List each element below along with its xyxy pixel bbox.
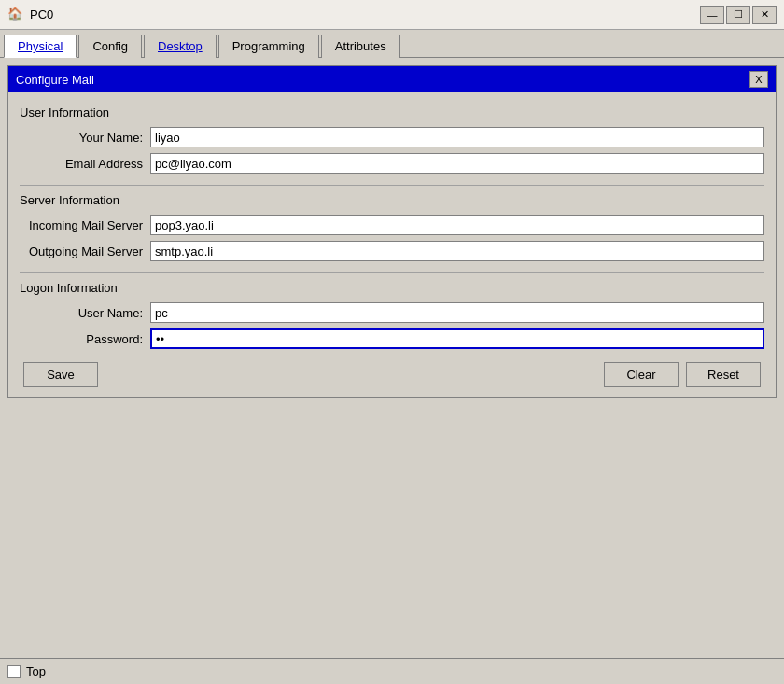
incoming-mail-input[interactable] bbox=[150, 215, 764, 235]
window-title: PC0 bbox=[30, 7, 53, 21]
app-icon: 🏠 bbox=[7, 7, 24, 23]
maximize-button[interactable]: ☐ bbox=[726, 6, 750, 24]
button-left: Save bbox=[23, 362, 98, 387]
configure-mail-header: Configure Mail X bbox=[8, 66, 776, 92]
divider-1 bbox=[20, 185, 764, 186]
password-label: Password: bbox=[20, 332, 150, 346]
your-name-row: Your Name: bbox=[20, 127, 764, 147]
email-label: Email Address bbox=[20, 157, 150, 171]
outgoing-mail-input[interactable] bbox=[150, 241, 764, 261]
save-button[interactable]: Save bbox=[23, 362, 98, 387]
configure-mail-panel: Configure Mail X User Information Your N… bbox=[7, 65, 777, 398]
outgoing-mail-row: Outgoing Mail Server bbox=[20, 241, 764, 261]
tab-attributes[interactable]: Attributes bbox=[321, 35, 400, 58]
outgoing-mail-label: Outgoing Mail Server bbox=[20, 244, 150, 258]
your-name-label: Your Name: bbox=[20, 131, 150, 145]
status-label: Top bbox=[26, 664, 46, 678]
server-info-section: Server Information Incoming Mail Server … bbox=[20, 193, 764, 261]
incoming-mail-row: Incoming Mail Server bbox=[20, 215, 764, 235]
main-content: Configure Mail X User Information Your N… bbox=[0, 58, 784, 652]
tab-programming[interactable]: Programming bbox=[218, 35, 319, 58]
user-name-input[interactable] bbox=[150, 302, 764, 323]
user-info-header: User Information bbox=[20, 105, 764, 119]
tab-physical[interactable]: Physical bbox=[4, 35, 77, 58]
minimize-button[interactable]: — bbox=[700, 6, 724, 24]
tab-desktop[interactable]: Desktop bbox=[144, 35, 217, 58]
reset-button[interactable]: Reset bbox=[686, 362, 761, 387]
user-name-row: User Name: bbox=[20, 302, 764, 323]
user-info-section: User Information Your Name: Email Addres… bbox=[20, 105, 764, 174]
your-name-input[interactable] bbox=[150, 127, 764, 147]
clear-button[interactable]: Clear bbox=[604, 362, 679, 387]
title-bar-left: 🏠 PC0 bbox=[7, 7, 53, 23]
button-right: Clear Reset bbox=[604, 362, 761, 387]
status-checkbox[interactable] bbox=[7, 665, 21, 678]
user-name-label: User Name: bbox=[20, 306, 150, 320]
password-input[interactable] bbox=[150, 328, 764, 349]
configure-mail-title: Configure Mail bbox=[16, 73, 94, 87]
divider-2 bbox=[20, 272, 764, 273]
incoming-mail-label: Incoming Mail Server bbox=[20, 218, 150, 232]
title-bar: 🏠 PC0 — ☐ ✕ bbox=[0, 0, 784, 30]
title-bar-controls: — ☐ ✕ bbox=[700, 6, 777, 24]
server-info-header: Server Information bbox=[20, 193, 764, 207]
email-input[interactable] bbox=[150, 153, 764, 174]
tab-bar: Physical Config Desktop Programming Attr… bbox=[0, 30, 784, 58]
status-bar: Top bbox=[0, 658, 784, 684]
configure-mail-body: User Information Your Name: Email Addres… bbox=[8, 92, 776, 397]
password-row: Password: bbox=[20, 328, 764, 349]
logon-info-header: Logon Information bbox=[20, 281, 764, 295]
tab-config[interactable]: Config bbox=[78, 35, 142, 58]
configure-mail-close-button[interactable]: X bbox=[749, 71, 768, 88]
email-row: Email Address bbox=[20, 153, 764, 174]
button-row: Save Clear Reset bbox=[20, 362, 764, 387]
logon-info-section: Logon Information User Name: Password: bbox=[20, 281, 764, 349]
close-button[interactable]: ✕ bbox=[752, 6, 777, 24]
